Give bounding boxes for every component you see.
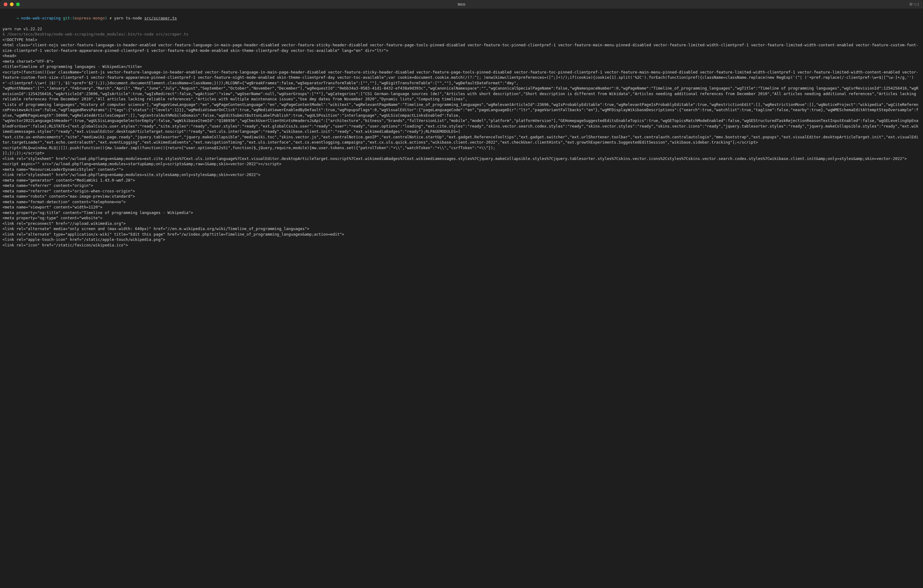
output-line: <meta name="viewport" content="width=112…: [2, 204, 921, 210]
prompt-dirty-icon: ✗: [107, 16, 114, 20]
output-line: <link rel="apple-touch-icon" href="/stat…: [2, 237, 921, 242]
minimize-icon[interactable]: [10, 2, 13, 6]
prompt-branch: express-mongo: [74, 16, 105, 20]
prompt-arrow-icon: →: [16, 16, 21, 20]
terminal-window: teco ⌘⌥1 → node-web-scraping git:(expres…: [0, 0, 923, 588]
output-line: <link rel="preconnect" href="//upload.wi…: [2, 221, 921, 227]
traffic-lights: [4, 2, 20, 6]
prompt-line: → node-web-scraping git:(express-mongo) …: [2, 10, 921, 26]
output-line: "wgVector2022LanguageInHeader":true,"wgU…: [2, 118, 921, 134]
output-line: <link rel="alternate" type="application/…: [2, 232, 921, 237]
output-line: <meta name="referrer" content="origin">: [2, 183, 921, 188]
maximize-icon[interactable]: [16, 2, 20, 6]
prompt-git-label: git:(: [63, 16, 75, 20]
prompt-git-close: ): [105, 16, 107, 20]
titlebar: teco ⌘⌥1: [0, 0, 923, 9]
yarn-version-line: yarn run v1.22.22: [2, 26, 921, 32]
exec-line: $ /Users/teco/Desktop/node-web-scraping/…: [2, 31, 921, 37]
close-icon[interactable]: [4, 2, 7, 6]
output-line: <!DOCTYPE html>: [2, 37, 921, 43]
output-line: <meta name="referrer" content="origin-wh…: [2, 188, 921, 194]
output-line: <link rel="stylesheet" href="/w/load.php…: [2, 156, 921, 161]
output-line: <script>(function(){var className="clien…: [2, 69, 921, 86]
output-line: <meta property="og:type" content="websit…: [2, 215, 921, 221]
output-line: <meta name="ResourceLoaderDynamicStyles"…: [2, 167, 921, 172]
output-line: <link rel="alternate" media="only screen…: [2, 226, 921, 232]
prompt-path: src/scraper.ts: [144, 16, 177, 20]
output-line: <script>(RLQ=window.RLQ||[]).push(functi…: [2, 145, 921, 151]
output-line: "Lists of programming languages","Histor…: [2, 102, 921, 118]
output-line: "wgMonthNames":["","January","February",…: [2, 85, 921, 102]
output-line: <title>Timeline of programming languages…: [2, 64, 921, 69]
window-shortcut: ⌘⌥1: [909, 2, 919, 7]
output-line: <meta name="format-detection" content="t…: [2, 199, 921, 205]
output-line: <meta property="og:title" content="Timel…: [2, 210, 921, 215]
prompt-command: yarn ts-node: [114, 16, 144, 20]
output-line: <script async="" src="/w/load.php?lang=e…: [2, 161, 921, 167]
output-line: <link rel="stylesheet" href="/w/load.php…: [2, 172, 921, 177]
output-line: }];});});</script>: [2, 150, 921, 156]
terminal-body[interactable]: → node-web-scraping git:(express-mongo) …: [0, 9, 923, 588]
output-line: <meta name="robots" content="max-image-p…: [2, 194, 921, 199]
output-line: <link rel="icon" href="/static/favicon/w…: [2, 242, 921, 248]
window-title: teco: [458, 2, 465, 7]
output-line: <html class="client-nojs vector-feature-…: [2, 42, 921, 53]
output-line: <head>: [2, 53, 921, 59]
output-container: <!DOCTYPE html><html class="client-nojs …: [2, 37, 921, 248]
output-line: <meta name="generator" content="MediaWik…: [2, 177, 921, 183]
output-line: "ext.cite.ux-enhancements","site","media…: [2, 134, 921, 145]
prompt-directory: node-web-scraping: [21, 16, 61, 20]
output-line: <meta charset="UTF-8">: [2, 59, 921, 64]
